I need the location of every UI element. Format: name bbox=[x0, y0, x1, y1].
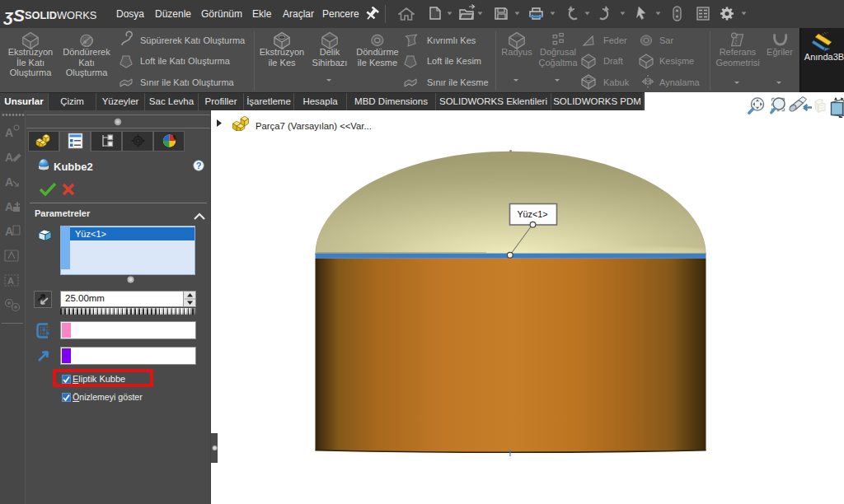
svg-text:A: A bbox=[5, 151, 13, 164]
svg-text:A: A bbox=[5, 175, 13, 189]
svg-text:Yüz<1>: Yüz<1> bbox=[517, 209, 547, 219]
svg-text:A: A bbox=[5, 200, 13, 213]
svg-text:WORKS: WORKS bbox=[57, 9, 96, 21]
svg-text:A: A bbox=[5, 126, 13, 139]
svg-text:A: A bbox=[5, 225, 13, 238]
svg-text:?: ? bbox=[196, 161, 202, 170]
svg-text:ʒS: ʒS bbox=[2, 6, 25, 25]
svg-text:SOLID: SOLID bbox=[25, 9, 57, 21]
svg-text:A: A bbox=[7, 276, 14, 286]
